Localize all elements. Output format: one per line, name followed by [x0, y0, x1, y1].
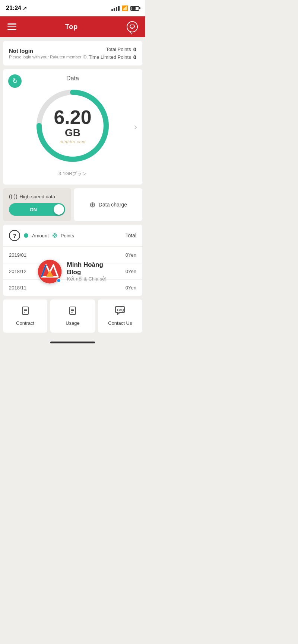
- home-bar: [50, 342, 95, 343]
- history-date-2: 2018/11: [9, 285, 33, 291]
- blog-sub: Kết nối & Chia sẻ!: [67, 276, 108, 282]
- svg-text:FAQ: FAQ: [117, 308, 124, 312]
- high-speed-toggle[interactable]: ON: [9, 203, 65, 216]
- total-points-value: 0: [133, 46, 136, 52]
- amount-points-card: ? Amount Points Total: [3, 225, 142, 246]
- login-sub: Please login with your Rakuten member ID…: [9, 55, 88, 59]
- contact-label: Contact Us: [108, 320, 132, 326]
- data-charge-card[interactable]: ⊕ Data charge: [74, 188, 142, 221]
- data-center: 6.20 GB minhhn.com: [54, 108, 91, 144]
- data-value: 6.20: [54, 108, 91, 127]
- time-limited-label: Time Limited Points: [89, 54, 131, 60]
- controls-row: ((·)) High-speed data ON ⊕ Data charge: [3, 188, 142, 221]
- header-title: Top: [65, 23, 78, 31]
- data-charge-icon: ⊕: [89, 200, 96, 209]
- login-status: Not login: [9, 48, 88, 54]
- high-speed-text: High-speed data: [20, 194, 55, 199]
- history-wrapper: 2019/01 0Yen 2018/12 0Yen 2018/11 0Yen: [3, 247, 142, 296]
- data-label: Data: [9, 75, 136, 82]
- data-unit: GB: [54, 127, 91, 139]
- status-time: 21:24: [6, 5, 21, 12]
- amount-label: Amount: [32, 233, 49, 238]
- blog-avatar-container: [38, 260, 62, 283]
- history-date-0: 2019/01: [9, 252, 33, 258]
- faq-icon: FAQ: [115, 306, 125, 317]
- blog-name: Minh Hoàng Blog: [67, 261, 108, 276]
- data-charge-label: Data charge: [99, 202, 127, 208]
- status-bar: 21:24 ↗ 📶: [0, 0, 145, 16]
- amount-dot: [24, 233, 28, 238]
- chat-icon[interactable]: [127, 21, 138, 32]
- history-amount-0: 0Yen: [126, 252, 136, 258]
- blog-overlay: Minh Hoàng Blog Kết nối & Chia sẻ!: [38, 260, 108, 283]
- data-card: ↻ Data 6.20 GB minhhn.com 3.1GBプラン ›: [3, 69, 142, 185]
- battery-icon: [130, 6, 139, 11]
- watermark: minhhn.com: [54, 140, 91, 144]
- home-indicator: [0, 339, 145, 348]
- usage-label: Usage: [66, 320, 80, 326]
- points-label: Points: [61, 233, 74, 238]
- time-limited-value: 0: [133, 54, 136, 60]
- legend-items: Amount Points: [24, 233, 121, 238]
- plan-label: 3.1GBプラン: [9, 170, 136, 177]
- toggle-thumb: [54, 204, 64, 215]
- status-icons: 📶: [111, 5, 139, 11]
- header: Top: [0, 16, 145, 37]
- bottom-tabs: Contract Usage FAQ Contact Us: [3, 299, 142, 333]
- next-arrow[interactable]: ›: [134, 122, 137, 132]
- high-speed-card: ((·)) High-speed data ON: [3, 188, 71, 221]
- login-info: Not login Please login with your Rakuten…: [9, 48, 88, 59]
- contract-tab[interactable]: Contract: [3, 299, 47, 333]
- total-label: Total: [125, 233, 136, 238]
- history-amount-2: 0Yen: [126, 285, 136, 291]
- points-info: Total Points 0 Time Limited Points 0: [89, 46, 136, 60]
- high-speed-label: ((·)) High-speed data: [9, 193, 65, 199]
- menu-button[interactable]: [7, 23, 16, 30]
- blog-info: Minh Hoàng Blog Kết nối & Chia sẻ!: [67, 261, 108, 282]
- contract-label: Contract: [16, 320, 34, 326]
- location-icon: ↗: [23, 6, 27, 11]
- points-dot: [53, 233, 57, 238]
- help-icon[interactable]: ?: [9, 230, 20, 241]
- refresh-button[interactable]: ↻: [8, 74, 22, 88]
- usage-tab[interactable]: Usage: [50, 299, 95, 333]
- wifi-icon: 📶: [122, 5, 128, 11]
- refresh-icon: ↻: [11, 76, 19, 86]
- signal-wave-icon: ((·)): [9, 193, 18, 199]
- svg-marker-1: [131, 28, 133, 29]
- total-points-label: Total Points: [106, 47, 131, 52]
- contact-tab[interactable]: FAQ Contact Us: [98, 299, 142, 333]
- contract-icon: [21, 306, 30, 317]
- history-amount-1: 0Yen: [126, 269, 136, 274]
- usage-icon: [68, 306, 77, 317]
- signal-bars: [111, 6, 120, 11]
- blog-dot: [57, 278, 61, 283]
- login-card[interactable]: Not login Please login with your Rakuten…: [3, 41, 142, 65]
- data-donut: 6.20 GB minhhn.com: [32, 85, 114, 167]
- history-date-1: 2018/12: [9, 269, 33, 274]
